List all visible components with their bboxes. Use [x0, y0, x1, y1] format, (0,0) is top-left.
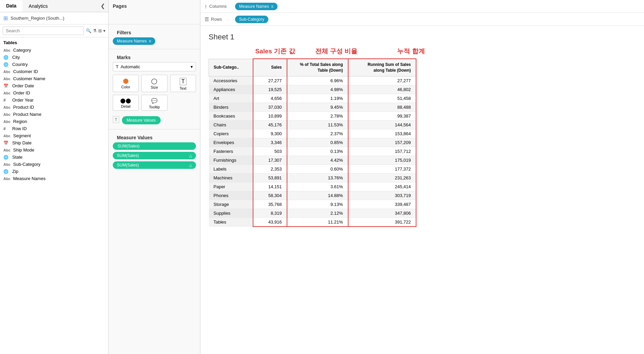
- th-sales: Sales: [253, 59, 287, 76]
- field-label: Ship Date: [12, 140, 32, 145]
- th-pct: % of Total Sales alongTable (Down): [287, 59, 348, 76]
- td-pct: 14.88%: [287, 191, 348, 200]
- marks-section: Marks T Automatic ▾ ⬤ Color ◯ Size T Tex…: [109, 49, 200, 129]
- td-running: 99,387: [348, 111, 416, 120]
- field-label: Order Year: [12, 98, 34, 103]
- marks-type-dropdown[interactable]: T Automatic ▾: [113, 62, 196, 71]
- abc-icon: Abc: [3, 134, 11, 138]
- field-item-row-id[interactable]: #Row ID: [0, 125, 108, 132]
- search-input[interactable]: [3, 26, 84, 35]
- table-row: Tables 43,916 11.21% 391,722: [209, 217, 416, 227]
- columns-pill[interactable]: Measure Names ≡: [235, 3, 278, 10]
- table-row: Phones 58,304 14.88% 303,719: [209, 191, 416, 200]
- td-pct: 2.37%: [287, 129, 348, 138]
- text-label: Text: [180, 86, 186, 90]
- abc-icon: Abc: [3, 162, 11, 166]
- field-item-ship-mode[interactable]: AbcShip Mode: [0, 146, 108, 154]
- td-subcategory: Accessories: [209, 76, 253, 85]
- td-pct: 4.98%: [287, 85, 348, 94]
- field-item-customer-id[interactable]: AbcCustomer ID: [0, 68, 108, 75]
- td-sales: 14,151: [253, 182, 287, 191]
- filter-icon[interactable]: ⚗: [93, 28, 97, 33]
- mv-pill-1[interactable]: SUM(Sales): [113, 142, 196, 150]
- td-sales: 9,300: [253, 129, 287, 138]
- filter-section: Filters Measure Names ≡: [109, 24, 200, 49]
- field-item-order-date[interactable]: 📅Order Date: [0, 82, 108, 89]
- abc-icon: Abc: [3, 91, 11, 95]
- date-icon: 📅: [3, 84, 10, 88]
- td-sales: 4,656: [253, 94, 287, 103]
- table-row: Copiers 9,300 2.37% 153,864: [209, 129, 416, 138]
- mark-text[interactable]: T Text: [170, 75, 196, 92]
- geo-icon: 🌐: [3, 169, 10, 174]
- tables-label: Tables: [0, 37, 108, 47]
- field-item-sub-category[interactable]: AbcSub-Category: [0, 161, 108, 168]
- mark-size[interactable]: ◯ Size: [141, 75, 167, 92]
- mark-detail[interactable]: ⬤⬤ Detail: [113, 95, 139, 111]
- td-subcategory: Bookcases: [209, 111, 253, 120]
- mv-pill-1-label: SUM(Sales): [118, 144, 140, 148]
- field-item-category[interactable]: AbcCategory: [0, 47, 108, 54]
- td-sales: 27,277: [253, 76, 287, 85]
- filter-pill[interactable]: Measure Names ≡: [113, 37, 155, 45]
- measure-values-label: Measure Values: [127, 118, 156, 123]
- field-item-region[interactable]: AbcRegion: [0, 118, 108, 125]
- collapse-button[interactable]: ❮: [97, 0, 108, 12]
- td-pct: 4.42%: [287, 156, 348, 164]
- td-sales: 503: [253, 147, 287, 156]
- td-running: 303,719: [348, 191, 416, 200]
- td-sales: 19,525: [253, 85, 287, 94]
- td-running: 27,277: [348, 76, 416, 85]
- left-panel: Data Analytics ❮ ⊞ Southern_Region (Sout…: [0, 0, 109, 354]
- field-label: Category: [13, 48, 31, 53]
- columns-label: ⫶ Columns: [204, 3, 232, 9]
- field-label: Customer Name: [13, 76, 46, 81]
- td-sales: 35,768: [253, 200, 287, 209]
- mark-tooltip[interactable]: 💬 Tooltip: [141, 95, 167, 111]
- grid-icon[interactable]: ⊞: [98, 28, 102, 33]
- data-table: Sub-Catego.. Sales % of Total Sales alon…: [209, 58, 416, 227]
- td-sales: 53,891: [253, 173, 287, 182]
- chevron-down-icon[interactable]: ▾: [103, 28, 106, 33]
- table-row: Paper 14,151 3.61% 245,414: [209, 182, 416, 191]
- field-list: AbcCategory🌐City🌐CountryAbcCustomer IDAb…: [0, 47, 108, 354]
- table-header-row: Sub-Catego.. Sales % of Total Sales alon…: [209, 59, 416, 76]
- field-label: Country: [12, 62, 28, 67]
- field-item-city[interactable]: 🌐City: [0, 54, 108, 61]
- abc-icon: Abc: [3, 112, 11, 117]
- table-row: Art 4,656 1.19% 51,458: [209, 94, 416, 103]
- field-item-product-id[interactable]: AbcProduct ID: [0, 104, 108, 111]
- field-item-order-year[interactable]: #Order Year: [0, 96, 108, 104]
- field-item-order-id[interactable]: AbcOrder ID: [0, 89, 108, 96]
- rows-label: ☰ Rows: [204, 16, 232, 22]
- abc-icon: Abc: [3, 105, 11, 109]
- mv-pill-3[interactable]: SUM(Sales) △: [113, 161, 196, 169]
- field-item-measure-names[interactable]: AbcMeasure Names: [0, 175, 108, 182]
- td-pct: 11.21%: [287, 217, 348, 227]
- field-item-segment[interactable]: AbcSegment: [0, 132, 108, 139]
- field-item-country[interactable]: 🌐Country: [0, 61, 108, 68]
- table-row: Labels 2,353 0.60% 177,372: [209, 164, 416, 173]
- field-item-customer-name[interactable]: AbcCustomer Name: [0, 75, 108, 82]
- measure-values-pill[interactable]: Measure Values: [122, 116, 161, 124]
- red-header-3: 누적 합계: [377, 47, 445, 56]
- field-item-ship-date[interactable]: 📅Ship Date: [0, 139, 108, 146]
- td-running: 157,712: [348, 147, 416, 156]
- rows-pill[interactable]: Sub-Category: [235, 16, 268, 23]
- mark-color[interactable]: ⬤ Color: [113, 75, 139, 92]
- field-item-zip[interactable]: 🌐Zip: [0, 168, 108, 175]
- td-pct: 2.78%: [287, 111, 348, 120]
- tab-analytics[interactable]: Analytics: [22, 1, 54, 12]
- td-subcategory: Storage: [209, 200, 253, 209]
- field-item-product-name[interactable]: AbcProduct Name: [0, 111, 108, 118]
- tab-data[interactable]: Data: [0, 0, 22, 12]
- mv-pill-2[interactable]: SUM(Sales) △: [113, 152, 196, 159]
- td-pct: 0.60%: [287, 164, 348, 173]
- datasource-icon: ⊞: [3, 15, 8, 21]
- field-label: Zip: [12, 169, 18, 174]
- td-sales: 58,304: [253, 191, 287, 200]
- td-sales: 10,899: [253, 111, 287, 120]
- field-item-state[interactable]: 🌐State: [0, 154, 108, 161]
- search-icon[interactable]: 🔍: [86, 28, 91, 33]
- field-label: Ship Mode: [13, 147, 34, 153]
